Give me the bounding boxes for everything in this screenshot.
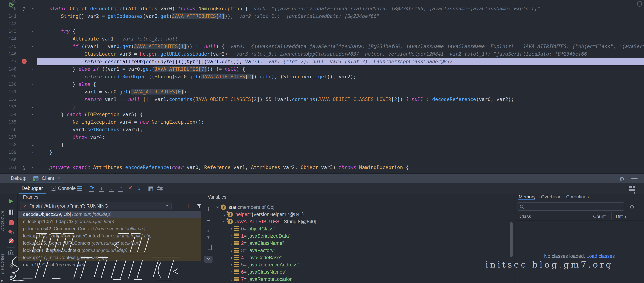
column-count[interactable]: Count	[593, 212, 606, 220]
editor-line[interactable]: 151 var1 = var0.get(JAVA_ATTRIBUTES[0]);	[0, 88, 644, 96]
fold-marker[interactable]: ▴	[29, 81, 37, 88]
move-watch-down-icon[interactable]: ▼	[203, 235, 214, 240]
line-number[interactable]: 141	[0, 13, 20, 20]
fold-marker[interactable]: ▾	[29, 65, 37, 73]
editor-line[interactable]: 156 var4.setRootCause(var5);	[0, 126, 644, 133]
variable-row[interactable]: ›5 = "javaReferenceAddress"	[214, 261, 514, 268]
line-number[interactable]: 148	[0, 65, 20, 73]
tree-chevron-icon[interactable]: ›	[229, 262, 234, 267]
editor-line[interactable]: 162 if (var1 == null) {	[0, 171, 644, 173]
variable-row[interactable]: ›4 = "javaCodeBase"	[214, 254, 514, 261]
tree-chevron-icon[interactable]: ›	[229, 240, 234, 246]
editor-line[interactable]: 146 ClassLoader var3 = helper.getURLClas…	[0, 50, 644, 58]
editor-line[interactable]: 149 return decodeRmiObject((String)var0.…	[0, 73, 644, 81]
editor-line[interactable]: 148▾ } else if ((var1 = var0.get(JAVA_AT…	[0, 65, 644, 73]
editor-line[interactable]: 145▾ if ((var1 = var0.get(JAVA_ATTRIBUTE…	[0, 43, 644, 50]
line-number[interactable]: 146	[0, 50, 20, 58]
layout-view-icon[interactable]	[77, 186, 82, 191]
tree-chevron-icon[interactable]: ›	[215, 204, 220, 210]
load-classes-link[interactable]: Load classes	[586, 253, 615, 259]
line-number[interactable]: 147	[0, 58, 20, 65]
editor-line[interactable]: 139	[0, 0, 644, 5]
editor-line[interactable]: 142	[0, 20, 644, 28]
editor-line[interactable]: 143▾ try {	[0, 28, 644, 35]
tree-chevron-icon[interactable]: ›	[229, 276, 234, 282]
memory-settings-gear-icon[interactable]: ⚙	[630, 203, 635, 210]
fold-marker[interactable]: ▾	[29, 5, 37, 13]
line-number[interactable]: 152	[0, 96, 20, 103]
minimize-icon[interactable]	[632, 178, 638, 179]
line-number[interactable]: 157	[0, 133, 20, 141]
editor-line[interactable]: 152 return var1 == null || !var1.contain…	[0, 96, 644, 103]
view-breakpoints-icon[interactable]	[5, 229, 18, 235]
variable-row[interactable]: ›1 = "javaSerializedData"	[214, 232, 514, 240]
stop-icon[interactable]	[5, 220, 18, 226]
debugger-settings-gear-icon[interactable]: ⚙	[5, 262, 18, 269]
code-editor[interactable]: 139140@▾ static Object decodeObject(Attr…	[0, 0, 644, 173]
stack-frame-row[interactable]: lookup:94, ldapURLContext (com.sun.jndi.…	[18, 247, 201, 254]
column-diff[interactable]: Diff▼	[616, 212, 627, 220]
line-number[interactable]: 144	[0, 35, 20, 43]
fold-marker[interactable]: ▾	[29, 111, 37, 118]
stack-frame-row[interactable]: lookup:417, InitialContext (javax.naming…	[18, 254, 201, 261]
editor-line[interactable]: 140@▾ static Object decodeObject(Attribu…	[0, 5, 644, 13]
inspection-shield-icon[interactable]	[637, 1, 642, 8]
remove-watch-icon[interactable]: −	[203, 217, 214, 224]
variable-row[interactable]: ›sstatic members of Obj	[214, 204, 514, 211]
step-over-icon[interactable]: ↷	[88, 184, 95, 193]
drop-frame-icon[interactable]: ✕	[126, 184, 134, 193]
column-class[interactable]: Class	[520, 212, 531, 220]
favorites-star-icon[interactable]: ★	[0, 278, 4, 283]
rerun-icon[interactable]: ⟳	[9, 2, 14, 9]
stripe-structure[interactable]: 7: Structure	[0, 199, 5, 243]
editor-line[interactable]: 155 NamingException var4 = new NamingExc…	[0, 118, 644, 126]
gutter-icon-slot[interactable]: ✔	[20, 58, 29, 65]
tree-chevron-icon[interactable]: ›	[229, 226, 234, 231]
line-number[interactable]: 156	[0, 126, 20, 133]
tab-overhead[interactable]: Overhead	[541, 194, 562, 200]
mute-breakpoints-icon[interactable]	[5, 238, 18, 244]
duplicate-watch-icon[interactable]	[203, 246, 214, 251]
line-number[interactable]: 143	[0, 28, 20, 35]
editor-line[interactable]: 147✔ return deserializeObject((byte[])((…	[0, 58, 644, 65]
tree-chevron-icon[interactable]: ›	[229, 255, 234, 260]
variable-row[interactable]: ›6 = "javaClassNames"	[214, 268, 514, 276]
editor-line[interactable]: 159▴ }	[0, 149, 644, 156]
line-number[interactable]: 161	[0, 164, 20, 171]
editor-line[interactable]: 141 String[] var2 = getCodebases(var0.ge…	[0, 13, 644, 20]
line-number[interactable]: 159	[0, 149, 20, 156]
line-number[interactable]: 145	[0, 43, 20, 50]
variable-row[interactable]: ›fhelper = {VersionHelper12@841}	[214, 211, 514, 218]
editor-line[interactable]: 158▴ }	[0, 141, 644, 149]
evaluate-expression-icon[interactable]: ▦	[147, 184, 154, 193]
variable-row[interactable]: ›7 = "javaRemoteLocation"	[214, 276, 514, 283]
variable-row[interactable]: ›3 = "javaFactory"	[214, 247, 514, 254]
editor-line[interactable]: 154▾ } catch (IOException var5) {	[0, 111, 644, 118]
line-number[interactable]: 142	[0, 20, 20, 28]
fold-marker[interactable]: ▾	[29, 43, 37, 50]
line-number[interactable]: 155	[0, 118, 20, 126]
show-watches-icon[interactable]: ∞	[203, 256, 214, 263]
variable-row[interactable]: ›fJAVA_ATTRIBUTES = {String[8]@840}	[214, 218, 514, 225]
editor-line[interactable]: 157 throw var4;	[0, 133, 644, 141]
restore-layout-icon[interactable]: ▼	[629, 186, 635, 191]
memory-search-input[interactable]	[517, 202, 624, 211]
line-number[interactable]: 150	[0, 81, 20, 88]
stack-frame-row[interactable]: lookup:177, PartialCompositeContext (com…	[18, 232, 201, 239]
tab-coroutines[interactable]: Coroutines	[566, 194, 589, 200]
pin-star-icon[interactable]: ★	[5, 274, 18, 279]
gear-icon[interactable]: ⚙	[619, 175, 624, 182]
scrollbar-thumb[interactable]	[510, 222, 512, 257]
fold-marker[interactable]: ▴	[29, 103, 37, 111]
fold-marker[interactable]: ▴	[29, 149, 37, 156]
tree-chevron-icon[interactable]: ›	[229, 269, 234, 275]
hide-library-frames-filter-icon[interactable]	[197, 204, 202, 209]
step-out-icon[interactable]: ↑	[117, 184, 124, 193]
fold-marker[interactable]: ▴	[29, 141, 37, 149]
add-watch-icon[interactable]: +	[203, 205, 214, 213]
run-to-cursor-icon[interactable]: ↘	[136, 184, 143, 193]
stack-frame-row[interactable]: decodeObject:239, Obj (com.sun.jndi.ldap…	[18, 211, 201, 218]
editor-line[interactable]: 160	[0, 156, 644, 164]
variable-row[interactable]: ›0 = "objectClass"	[214, 225, 514, 232]
thread-selector[interactable]: ✔ "main"@1 in group "main": RUNNING ▼	[20, 202, 172, 210]
